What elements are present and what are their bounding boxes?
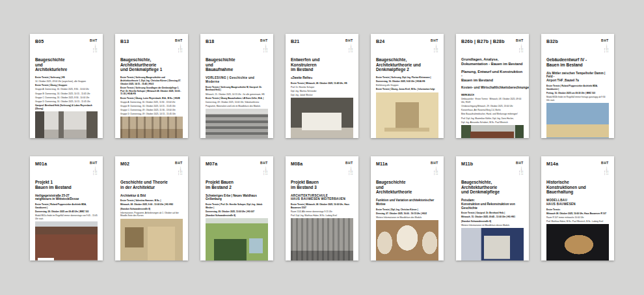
course-card-b26b-b27b-b28b[interactable]: B26b | B27b | B28b BHT Berliner Hochschu… bbox=[456, 34, 529, 138]
body-line: Gruppe C: Donnerstag, 16. Oktober 2025, … bbox=[35, 96, 98, 100]
bht-logo-text: BHT bbox=[431, 39, 438, 42]
bht-logo: BHT Berliner Hochschule für Technik bbox=[260, 39, 268, 53]
bht-logo-subtext: Berliner Hochschule für Technik bbox=[434, 43, 438, 53]
course-subtitle: VORLESUNG | Geschichte und Moderne bbox=[206, 76, 268, 83]
bht-logo-subtext: Berliner Hochschule für Technik bbox=[604, 165, 609, 175]
body-line: Gruppe D: Donnerstag, 16. Oktober 2025, … bbox=[35, 100, 98, 104]
course-title: Baugeschichte, Architekturtheorie und De… bbox=[120, 57, 183, 72]
poster-figure: Foto: Archiv bbox=[35, 111, 98, 138]
course-code: M08a bbox=[291, 162, 302, 166]
course-card-m02[interactable]: M02 BHT Berliner Hochschule für Technik … bbox=[115, 156, 188, 260]
photo-acropolis-columns bbox=[35, 111, 98, 138]
photo-brick-street bbox=[35, 221, 98, 260]
body-line: Konzerthaus, Am Rosental Berg 2-4, Berli… bbox=[461, 109, 524, 112]
card-header: B13 BHT Berliner Hochschule für Technik bbox=[120, 39, 183, 53]
body-line: (Standort Schwandenstraße 8) bbox=[120, 208, 183, 211]
course-title: Baugeschichte und Architekturtheorie bbox=[376, 180, 438, 195]
body-line: Mittwoch, 15. Oktober 2025, 09:45 - 13:0… bbox=[461, 216, 524, 219]
course-details: Erster Termin | Valentina Hammer, M.Sc. … bbox=[120, 199, 183, 218]
body-line: Prof. Dipl.-Ing. Maximilian Köhler, Dipl… bbox=[461, 117, 524, 120]
bht-logo: BHT Berliner Hochschule für Technik bbox=[90, 39, 98, 53]
course-code: M14a bbox=[546, 162, 558, 166]
course-card-b32b[interactable]: B32b BHT Berliner Hochschule für Technik… bbox=[541, 34, 614, 138]
body-line: Mittwoch, 08. Oktober 2025, 9:00 - 13:00… bbox=[120, 203, 183, 206]
poster-figure: Foto: Archiv bbox=[461, 228, 524, 260]
bht-logo: BHT Berliner Hochschule für Technik bbox=[175, 39, 183, 53]
bht-logo-text: BHT bbox=[260, 39, 268, 42]
body-line: Erster Termin | Mittwoch, 08. Oktober 20… bbox=[291, 203, 353, 210]
body-line: Prof. Matthias Haber, M.Sc. Paul Westric… bbox=[546, 220, 609, 223]
body-line: Erster Termin | Übung, Jonas Kreil, M.Sc… bbox=[376, 88, 438, 91]
bht-logo-text: BHT bbox=[601, 162, 609, 165]
course-code: M11b bbox=[461, 162, 473, 166]
photo-pavilion-drawing bbox=[376, 92, 438, 138]
course-subtitle: MODELLBAU HAUS BAUWESEN bbox=[546, 199, 609, 206]
body-line: Modul M01a findet im Regelfall immer don… bbox=[35, 214, 98, 221]
course-card-m07a[interactable]: M07a BHT Berliner Hochschule für Technik… bbox=[200, 156, 273, 260]
course-code: B05 bbox=[35, 39, 44, 44]
body-line: Gruppe B: Donnerstag, 16. Oktober 2025, … bbox=[35, 92, 98, 96]
body-line: Dipl.-Ing. Martina Schneider bbox=[291, 90, 353, 93]
course-details: Erster Termin | Roland Poppensieker Arch… bbox=[35, 203, 98, 221]
bht-logo-subtext: Berliner Hochschule für Technik bbox=[519, 43, 524, 53]
course-subtitle: ARCHITEKTURSCHULE HAUS BAUWESEN WEITERBA… bbox=[291, 194, 353, 201]
course-card-b13[interactable]: B13 BHT Berliner Hochschule für Technik … bbox=[115, 34, 188, 138]
card-header: B24 BHT Berliner Hochschule für Technik bbox=[376, 39, 438, 53]
course-details: Erster Termin | Vorlesung | HS 14. Oktob… bbox=[35, 76, 98, 111]
card-header: B21 BHT Berliner Hochschule für Technik bbox=[291, 39, 353, 53]
body-line: Dienstag, 07. Oktober 2025, 16:00 - 19:1… bbox=[376, 212, 438, 216]
body-line: Modul B32b findet im Regelfall immer fre… bbox=[546, 96, 609, 102]
photo-historic-facade bbox=[120, 117, 183, 138]
course-code: M07a bbox=[206, 162, 217, 166]
poster-figure: Foto: Archiv bbox=[546, 224, 609, 260]
body-line: 14. Oktober 2025, 09:00 Uhr (asynchron),… bbox=[35, 80, 98, 83]
bht-logo-subtext: Berliner Hochschule für Technik bbox=[263, 165, 268, 175]
course-card-m08a[interactable]: M08a BHT Berliner Hochschule für Technik… bbox=[286, 156, 358, 260]
body-line: Erster Termin: bbox=[546, 208, 609, 212]
body-line: Erster Termin | Gastprof. Dr. Bernhard H… bbox=[461, 212, 524, 215]
course-title: Historische Konstruktionen und Bauerhalt… bbox=[546, 180, 609, 195]
poster-figure: Foto: Archiv bbox=[376, 92, 438, 138]
course-card-b24[interactable]: B24 BHT Berliner Hochschule für Technik … bbox=[371, 34, 444, 138]
card-header: B18 BHT Berliner Hochschule für Technik bbox=[206, 39, 268, 53]
course-card-m01a[interactable]: M01a BHT Berliner Hochschule für Technik… bbox=[30, 156, 103, 260]
course-card-b21[interactable]: B21 BHT Berliner Hochschule für Technik … bbox=[286, 34, 358, 138]
poster-figure: Foto: Archiv bbox=[120, 219, 183, 261]
card-header: M11a BHT Berliner Hochschule für Technik bbox=[376, 162, 438, 175]
bht-logo: BHT Berliner Hochschule für Technik bbox=[175, 162, 183, 175]
bht-logo-text: BHT bbox=[516, 162, 524, 165]
body-line: Gruppe C: Donnerstag, 09. Oktober 2025, … bbox=[120, 109, 183, 112]
bht-logo-text: BHT bbox=[260, 162, 268, 165]
course-card-m11a[interactable]: M11a BHT Berliner Hochschule für Technik… bbox=[371, 156, 444, 260]
body-line: Erster Termin | Übung, Luise Reyersbach,… bbox=[120, 97, 183, 100]
course-details: WERK.BUCH Umbauatelier · Erster Termin ·… bbox=[461, 94, 524, 124]
body-line: Erster Termin | Prof. Dr. Henrike Schope… bbox=[206, 203, 268, 210]
course-title: Projekt 1 Bauen im Bestand bbox=[35, 180, 98, 190]
bht-logo-text: BHT bbox=[90, 39, 98, 42]
course-code: M02 bbox=[120, 162, 129, 166]
course-card-b05[interactable]: B05 BHT Berliner Hochschule für Technik … bbox=[30, 34, 103, 138]
course-title: Gebäudeentwurf IV - Bauen im Bestand bbox=[546, 57, 609, 67]
course-card-b18[interactable]: B18 BHT Berliner Hochschule für Technik … bbox=[200, 34, 273, 138]
bht-logo-text: BHT bbox=[345, 39, 353, 42]
poster-figure: Foto: Archiv bbox=[206, 218, 268, 260]
bht-logo-text: BHT bbox=[431, 162, 438, 165]
poster-figure: Foto: Archiv bbox=[461, 125, 524, 138]
bht-logo-text: BHT bbox=[175, 39, 183, 42]
body-line: Raum 5101 Alle immer donnerstags 9:15 Uh… bbox=[291, 210, 353, 214]
body-line: Erster Termin | Roland Poppensieker Arch… bbox=[546, 85, 609, 91]
course-subtitle: Architektur & Bild bbox=[120, 194, 183, 198]
course-card-m14a[interactable]: M14a BHT Berliner Hochschule für Technik… bbox=[541, 156, 614, 260]
course-code: B13 bbox=[120, 39, 129, 44]
bht-logo-text: BHT bbox=[175, 162, 183, 165]
body-line: Informationen, Programm, Anforderungen a… bbox=[120, 212, 183, 218]
body-line: Erster Termin | Übung Bauaufnahme, LB Sv… bbox=[206, 97, 268, 100]
course-details: Erster Termin | Prof. Dr. Henrike Schope… bbox=[206, 203, 268, 218]
course-card-m11b[interactable]: M11b BHT Berliner Hochschule für Technik… bbox=[456, 156, 529, 260]
card-header: B26b | B27b | B28b BHT Berliner Hochschu… bbox=[461, 39, 524, 53]
course-subtitle: Funktion und Variation architektonischer… bbox=[376, 199, 438, 206]
poster-figure: Foto: Archiv bbox=[291, 218, 353, 260]
course-subtitle: Potsdam: Konstruktion und Rekonstruktion… bbox=[461, 199, 524, 210]
bht-logo: BHT Berliner Hochschule für Technik bbox=[260, 162, 268, 175]
bht-logo-subtext: Berliner Hochschule für Technik bbox=[93, 165, 98, 175]
